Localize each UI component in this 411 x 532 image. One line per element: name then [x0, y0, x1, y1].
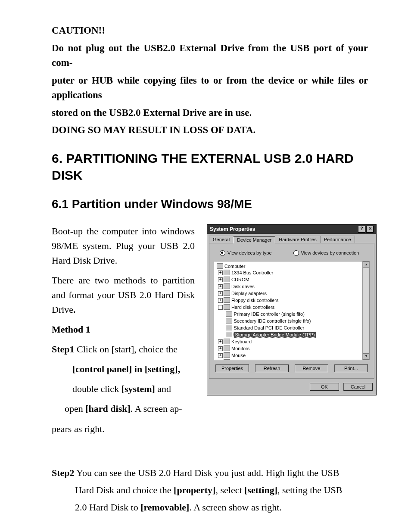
tree-node[interactable]: +CDROM	[215, 277, 368, 283]
tab-performance[interactable]: Performance	[320, 236, 355, 243]
radio-view-by-connection[interactable]: View devices by connection	[293, 250, 359, 256]
caution-line2: puter or HUB while copying files to or f…	[52, 73, 368, 103]
tab-strip: General Device Manager Hardware Profiles…	[209, 236, 374, 243]
view-radio-row: View devices by type View devices by con…	[214, 248, 370, 261]
network-icon	[224, 359, 230, 360]
intro-paragraph-1: Boot-up the computer into windows 98/ME …	[52, 224, 195, 268]
step1-line1: Step1 Click on [start], choice the	[52, 342, 195, 357]
dialog-title: System Properties	[210, 226, 255, 232]
left-text-column: Boot-up the computer into windows 98/ME …	[52, 224, 195, 442]
expand-icon[interactable]: +	[218, 291, 223, 296]
method-label: Method 1	[52, 322, 195, 337]
step2-line3: 2.0 Hard Disk to [removable]. A screen s…	[52, 500, 368, 515]
remove-button[interactable]: Remove	[295, 364, 328, 372]
step1-line4: open [hard disk]. A screen ap-	[52, 401, 195, 416]
dialog-titlebar[interactable]: System Properties ? ✕	[207, 224, 376, 234]
expand-icon[interactable]: +	[218, 298, 223, 303]
tree-node[interactable]: +1394 Bus Controller	[215, 270, 368, 277]
step1-line2: [control panel] in [setting],	[52, 362, 195, 376]
computer-icon	[217, 263, 223, 269]
tree-node[interactable]: −Hard disk controllers	[215, 304, 368, 311]
ok-button[interactable]: OK	[310, 383, 339, 391]
tree-scrollbar[interactable]: ▴ ▾	[362, 261, 369, 360]
print-button[interactable]: Print...	[334, 364, 368, 372]
controller-icon	[226, 311, 232, 317]
tree-node[interactable]: +Mouse	[215, 352, 368, 359]
expand-icon[interactable]: +	[218, 277, 223, 282]
cancel-button[interactable]: Cancel	[343, 383, 373, 391]
expand-icon[interactable]: +	[218, 346, 223, 351]
caution-block: CAUTION!! Do not plug out the USB2.0 Ext…	[52, 23, 368, 138]
step2-line1: Step2 You can see the USB 2.0 Hard Disk …	[52, 466, 368, 480]
monitor-icon	[224, 345, 230, 351]
tab-general[interactable]: General	[209, 236, 234, 243]
tree-node[interactable]: +Disk drives	[215, 283, 368, 290]
tree-child[interactable]: Secondary IDE controller (single fifo)	[215, 318, 368, 325]
document-page: CAUTION!! Do not plug out the USB2.0 Ext…	[0, 0, 411, 532]
tab-hardware-profiles[interactable]: Hardware Profiles	[275, 236, 320, 243]
scroll-up-icon[interactable]: ▴	[363, 261, 369, 268]
tree-node[interactable]: +Display adapters	[215, 290, 368, 297]
dialog-body: General Device Manager Hardware Profiles…	[207, 234, 376, 380]
device-tree[interactable]: Computer +1394 Bus Controller +CDROM +Di…	[214, 261, 370, 360]
caution-doingso: DOING SO MAY RESULT IN LOSS OF DATA.	[52, 123, 368, 138]
keyboard-icon	[224, 339, 230, 344]
caution-title: CAUTION!!	[52, 23, 368, 38]
collapse-icon[interactable]: −	[218, 305, 223, 310]
system-properties-dialog: System Properties ? ✕ General Device Man…	[207, 224, 377, 395]
controller-icon	[226, 325, 232, 330]
caution-line1: Do not plug out the USB2.0 External Driv…	[52, 41, 368, 71]
step2-block: Step2 You can see the USB 2.0 Hard Disk …	[52, 466, 368, 515]
dialog-button-row: Properties Refresh Remove Print...	[214, 360, 370, 374]
refresh-button[interactable]: Refresh	[255, 364, 289, 372]
controller-icon	[226, 318, 232, 324]
expand-icon[interactable]: +	[218, 284, 223, 289]
help-button[interactable]: ?	[358, 226, 365, 233]
section-heading: 6. PARTITIONING THE EXTERNAL USB 2.0 HAR…	[52, 150, 368, 184]
controller-icon	[226, 332, 232, 337]
step1-tail: pears as right.	[52, 422, 195, 436]
tree-child-selected[interactable]: Storage Adapter Bridge Module (TPP)	[215, 332, 368, 339]
intro-paragraph-2: There are two methods to partition and f…	[52, 273, 195, 317]
mouse-icon	[224, 352, 230, 358]
tab-panel: View devices by type View devices by con…	[209, 243, 374, 379]
step2-line2: Hard Disk and choice the [property], sel…	[52, 483, 368, 498]
tree-node[interactable]: +Network adapters	[215, 359, 368, 360]
display-icon	[224, 290, 230, 296]
tree-node[interactable]: +Floppy disk controllers	[215, 297, 368, 304]
disk-icon	[224, 283, 230, 289]
radio-label-type: View devices by type	[227, 250, 272, 255]
tree-child[interactable]: Primary IDE controller (single fifo)	[215, 311, 368, 318]
device-icon	[224, 270, 230, 275]
controller-icon	[224, 304, 230, 310]
floppy-icon	[224, 297, 230, 303]
properties-button[interactable]: Properties	[215, 364, 249, 372]
dot-icon	[293, 250, 299, 256]
dialog-footer: OK Cancel	[207, 380, 376, 395]
caution-line3: stored on the USB2.0 External Drive are …	[52, 106, 368, 121]
tree-root[interactable]: Computer	[215, 263, 368, 270]
two-column-row: Boot-up the computer into windows 98/ME …	[52, 224, 368, 442]
radio-view-by-type[interactable]: View devices by type	[220, 250, 272, 256]
expand-icon[interactable]: +	[218, 339, 223, 344]
step1-line3: double click [system] and	[52, 382, 195, 396]
step1-block: Step1 Click on [start], choice the [cont…	[52, 342, 195, 436]
subsection-heading: 6.1 Partition under Windows 98/ME	[52, 197, 368, 211]
expand-icon[interactable]: +	[218, 353, 223, 358]
tree-node[interactable]: +Monitors	[215, 345, 368, 352]
cdrom-icon	[224, 277, 230, 282]
radio-label-conn: View devices by connection	[301, 250, 359, 255]
close-button[interactable]: ✕	[366, 226, 374, 233]
expand-icon[interactable]: +	[218, 271, 223, 275]
tab-device-manager[interactable]: Device Manager	[233, 236, 275, 243]
tree-node[interactable]: +Keyboard	[215, 339, 368, 345]
scroll-down-icon[interactable]: ▾	[363, 353, 369, 360]
dot-icon	[220, 250, 225, 256]
tree-child[interactable]: Standard Dual PCI IDE Controller	[215, 325, 368, 332]
